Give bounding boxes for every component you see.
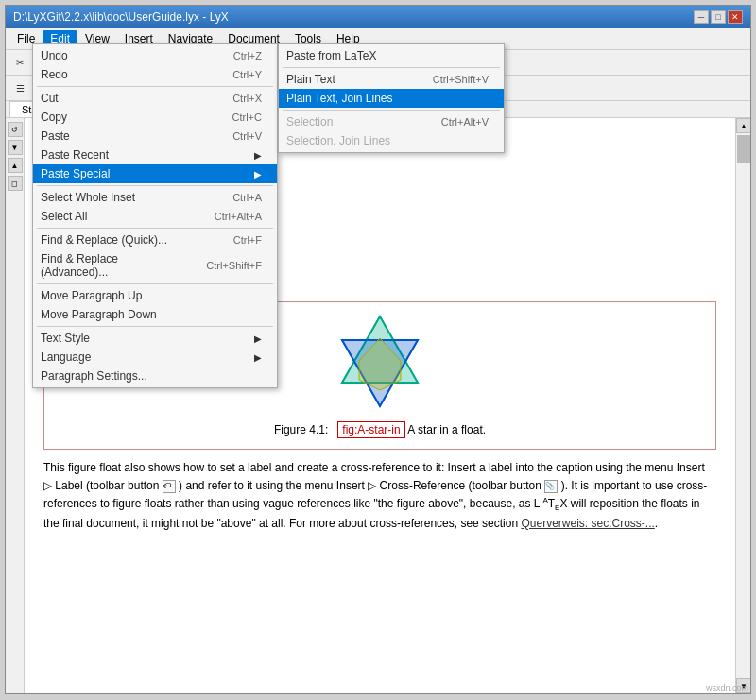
menu-paste-special[interactable]: Paste Special ▶ bbox=[33, 164, 277, 183]
menu-div-4 bbox=[37, 283, 273, 284]
menu-move-up[interactable]: Move Paragraph Up bbox=[33, 286, 277, 305]
paste-special-menu: Paste from LaTeX Plain Text Ctrl+Shift+V… bbox=[278, 43, 505, 153]
paste-plain-text[interactable]: Plain Text Ctrl+Shift+V bbox=[279, 70, 504, 89]
star-figure bbox=[333, 312, 427, 416]
cross-ref-link: Querverweis: sec:Cross-... bbox=[521, 517, 654, 530]
sidebar-icon-2[interactable]: ▼ bbox=[8, 140, 23, 155]
paste-plain-text-join[interactable]: Plain Text, Join Lines bbox=[279, 89, 504, 108]
ref-icon: 📎 bbox=[544, 480, 558, 493]
sidebar-icon-3[interactable]: ▲ bbox=[8, 158, 23, 173]
menu-div-2 bbox=[37, 185, 273, 186]
menu-paragraph-settings[interactable]: Paragraph Settings... bbox=[33, 367, 277, 385]
paste-from-latex[interactable]: Paste from LaTeX bbox=[279, 46, 504, 65]
scrollbar-vertical: ▲ ▼ bbox=[735, 118, 750, 693]
maximize-button[interactable]: □ bbox=[711, 10, 726, 24]
menu-paste-recent[interactable]: Paste Recent ▶ bbox=[33, 145, 277, 164]
title-bar: D:\LyXGit\2.2.x\lib\doc\UserGuide.lyx - … bbox=[6, 6, 750, 28]
menu-find-quick[interactable]: Find & Replace (Quick)... Ctrl+F bbox=[33, 230, 277, 249]
sidebar-icon-1[interactable]: ↺ bbox=[8, 122, 23, 137]
cross-ref-para: This figure float also shows how to set … bbox=[43, 459, 716, 534]
scroll-up-button[interactable]: ▲ bbox=[736, 118, 750, 133]
menu-undo[interactable]: Undo Ctrl+Z bbox=[33, 46, 277, 65]
menu-redo[interactable]: Redo Ctrl+Y bbox=[33, 65, 277, 84]
menu-move-down[interactable]: Move Paragraph Down bbox=[33, 305, 277, 324]
menu-language[interactable]: Language ▶ bbox=[33, 348, 277, 367]
paste-div-2 bbox=[283, 110, 500, 111]
menu-paste[interactable]: Paste Ctrl+V bbox=[33, 127, 277, 145]
paste-selection: Selection Ctrl+Alt+V bbox=[279, 112, 504, 131]
minimize-button[interactable]: ─ bbox=[694, 10, 709, 24]
watermark: wsxdn.com bbox=[706, 683, 748, 692]
edit-menu: Undo Ctrl+Z Redo Ctrl+Y Cut Ctrl+X Copy … bbox=[32, 43, 278, 388]
paste-div-1 bbox=[283, 67, 500, 68]
menu-select-inset[interactable]: Select Whole Inset Ctrl+A bbox=[33, 188, 277, 207]
tb-cut[interactable]: ✂ bbox=[9, 52, 30, 73]
tb-list[interactable]: ☰ bbox=[9, 77, 30, 98]
scroll-thumb[interactable] bbox=[737, 135, 750, 163]
menu-div-5 bbox=[37, 326, 273, 327]
latex-a: A bbox=[542, 496, 547, 504]
title-bar-controls: ─ □ ✕ bbox=[694, 10, 743, 24]
menu-div-1 bbox=[37, 86, 273, 87]
menu-cut[interactable]: Cut Ctrl+X bbox=[33, 89, 277, 108]
menu-text-style[interactable]: Text Style ▶ bbox=[33, 329, 277, 348]
scroll-track[interactable] bbox=[736, 133, 750, 678]
sidebar-icon-4[interactable]: ◻ bbox=[8, 176, 23, 191]
sidebar-icons: ↺ ▼ ▲ ◻ bbox=[6, 118, 25, 693]
figure-caption: Figure 4.1: fig:A-star-in A star in a fl… bbox=[274, 421, 486, 439]
paste-selection-join: Selection, Join Lines bbox=[279, 131, 504, 150]
menu-find-advanced[interactable]: Find & Replace (Advanced)... Ctrl+Shift+… bbox=[33, 249, 277, 282]
close-button[interactable]: ✕ bbox=[728, 10, 743, 24]
menu-select-all[interactable]: Select All Ctrl+Alt+A bbox=[33, 207, 277, 226]
figure-caption-label-box: fig:A-star-in bbox=[337, 421, 404, 438]
menu-copy[interactable]: Copy Ctrl+C bbox=[33, 108, 277, 127]
title-bar-text: D:\LyXGit\2.2.x\lib\doc\UserGuide.lyx - … bbox=[13, 10, 229, 24]
menu-div-3 bbox=[37, 228, 273, 229]
label-icon: 🏷 bbox=[163, 480, 176, 493]
latex-e: E bbox=[555, 504, 559, 512]
